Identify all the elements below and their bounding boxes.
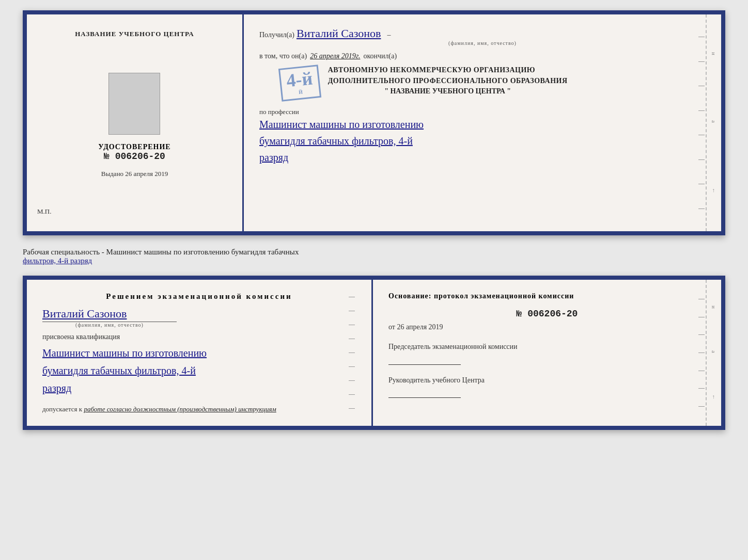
top-diploma-right: Получил(а) Виталий Сазонов – (фамилия, и… [244, 14, 721, 231]
osnovaniye-label: Основание: протокол экзаменационной коми… [388, 292, 706, 300]
right-side-filler: и а ← [706, 14, 721, 231]
dash-1 [698, 37, 705, 37]
stamp: 4-й й [278, 65, 321, 102]
bottom-side-letter-a: а [711, 350, 717, 353]
bottom-diploma-right: Основание: протокол экзаменационной коми… [373, 280, 721, 426]
bottom-diploma: Решением экзаменационной комиссии Витали… [23, 276, 725, 430]
left-panel-right-dashes [349, 280, 355, 426]
profession-line2: бумагидля табачных фильтров, 4-й [259, 133, 706, 149]
left-center-block: УДОСТОВЕРЕНИЕ № 006206-20 Выдано 26 апре… [98, 43, 170, 207]
bottom-right-dashes [698, 280, 705, 426]
bottom-fio-label: (фамилия, имя, отчество) [42, 322, 177, 328]
dash-7 [698, 184, 705, 184]
dash-4 [698, 110, 705, 111]
side-letter-a: а [711, 120, 717, 123]
dash-3 [698, 86, 705, 86]
issued-line: Выдано 26 апреля 2019 [101, 170, 168, 178]
dash: – [387, 31, 391, 39]
vtom-prefix: в том, что он(а) [259, 52, 307, 60]
dash-8 [698, 209, 705, 209]
ot-prefix: от [388, 323, 395, 331]
dash-6 [698, 159, 705, 160]
issued-date: 26 апреля 2019 [125, 170, 168, 178]
org-line2: ДОПОЛНИТЕЛЬНОГО ПРОФЕССИОНАЛЬНОГО ОБРАЗО… [328, 75, 568, 86]
org-text-block: АВТОНОМНУЮ НЕКОММЕРЧЕСКУЮ ОРГАНИЗАЦИЮ ДО… [328, 65, 568, 97]
rukovoditel-label: Руководитель учебного Центра [388, 375, 706, 386]
dash-5 [698, 135, 705, 135]
okonchil-label: окончил(а) [363, 52, 397, 60]
dash-2 [698, 61, 705, 62]
rukovoditel-block: Руководитель учебного Центра [388, 375, 706, 398]
ot-date-value: 26 апреля 2019 [397, 323, 443, 331]
bottom-recipient-block: Виталий Сазонов (фамилия, имя, отчество) [42, 307, 356, 328]
dopusk-block: допускается к работе согласно должностны… [42, 405, 356, 413]
recipient-block: Получил(а) Виталий Сазонов – (фамилия, и… [259, 27, 706, 46]
poluchil-label: Получил(а) [259, 31, 294, 39]
bottom-diploma-left: Решением экзаменационной комиссии Витали… [27, 280, 373, 426]
bottom-profession-line1: Машинист машины по изготовлению [42, 344, 356, 362]
ot-date-block: от 26 апреля 2019 [388, 323, 706, 331]
between-label2: фильтров, 4-й разряд [23, 257, 92, 265]
predsedatel-label: Председатель экзаменационной комиссии [388, 342, 706, 352]
issued-label: Выдано [101, 170, 123, 178]
stamp-org-block: 4-й й АВТОНОМНУЮ НЕКОММЕРЧЕСКУЮ ОРГАНИЗА… [259, 65, 706, 102]
udost-block: УДОСТОВЕРЕНИЕ № 006206-20 [98, 143, 170, 162]
between-text-block: Рабочая специальность - Машинист машины … [23, 244, 725, 267]
bottom-profession-line3: разряд [42, 379, 356, 397]
training-center-title: НАЗВАНИЕ УЧЕБНОГО ЦЕНТРА [75, 30, 194, 38]
dopusk-prefix: допускается к [42, 405, 82, 413]
between-label1: Рабочая специальность - Машинист машины … [23, 248, 299, 256]
side-letter-i: и [711, 52, 717, 55]
bottom-side-letter-i: и [711, 306, 717, 309]
uchebn-name: " НАЗВАНИЕ УЧЕБНОГО ЦЕНТРА " [328, 86, 568, 97]
bottom-recipient-name: Виталий Сазонов [42, 307, 356, 321]
top-diploma-left: НАЗВАНИЕ УЧЕБНОГО ЦЕНТРА УДОСТОВЕРЕНИЕ №… [27, 14, 244, 231]
predsedatel-block: Председатель экзаменационной комиссии [388, 342, 706, 365]
bottom-profession-line2: бумагидля табачных фильтров, 4-й [42, 362, 356, 379]
cert-number: № 006206-20 [98, 151, 170, 162]
top-diploma: НАЗВАНИЕ УЧЕБНОГО ЦЕНТРА УДОСТОВЕРЕНИЕ №… [23, 10, 725, 235]
recipient-name: Виталий Сазонов [297, 27, 381, 40]
po-professii-label: по профессии [259, 108, 706, 116]
resheniem-title: Решением экзаменационной комиссии [42, 292, 356, 301]
bottom-side-letter-left: ← [711, 394, 717, 400]
rukovoditel-signature-line [388, 397, 461, 398]
bottom-right-side-filler: и а ← [706, 280, 721, 426]
photo-area [108, 73, 160, 135]
mp-label: М.П. [37, 207, 51, 216]
predsedatel-signature-line [388, 364, 461, 365]
side-letter-left: ← [711, 188, 717, 194]
right-dashes [698, 14, 705, 231]
udost-label: УДОСТОВЕРЕНИЕ [98, 143, 170, 151]
bottom-number: № 006206-20 [388, 309, 706, 319]
profession-line1: Машинист машины по изготовлению [259, 116, 706, 133]
profession-line3: разряд [259, 149, 706, 166]
fio-subtitle: (фамилия, имя, отчество) [259, 40, 706, 46]
vtom-date: 26 апреля 2019г. [310, 52, 360, 60]
dopusk-text: работе согласно должностным (производств… [84, 405, 276, 413]
vtom-block: в том, что он(а) 26 апреля 2019г. окончи… [259, 52, 706, 60]
org-line1: АВТОНОМНУЮ НЕКОММЕРЧЕСКУЮ ОРГАНИЗАЦИЮ [328, 65, 568, 75]
stamp-number: 4-й [286, 69, 314, 90]
prisvoyena-label: присвоена квалификация [42, 333, 356, 341]
